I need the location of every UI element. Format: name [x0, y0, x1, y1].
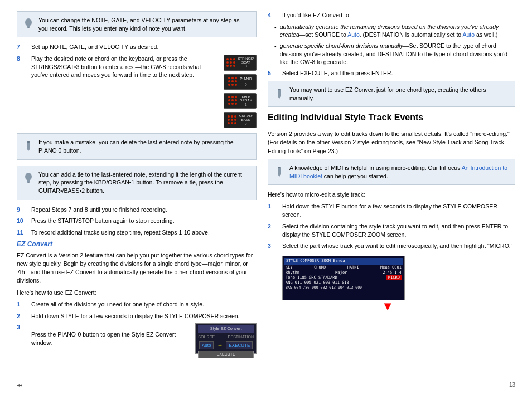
- midi-info-text: A knowledge of MIDI is helpful in using …: [289, 164, 509, 180]
- m-step-2: 2 Select the division containing the sty…: [268, 222, 515, 239]
- ez-step-2: 2 Hold down STYLE for a few seconds to d…: [17, 312, 257, 320]
- svg-rect-14: [278, 167, 280, 168]
- ez-convert-para1: EZ Convert is a Version 2 feature that c…: [17, 251, 257, 285]
- ez-destination-label: DESTINATION: [228, 334, 254, 340]
- sc-hatni: HATNI: [347, 265, 359, 270]
- bullet-manual: ▪ generate specific chord-form divisions…: [274, 42, 515, 66]
- ez-dest-value: EXECUTE: [226, 341, 253, 349]
- info-box-midi: A knowledge of MIDI is helpful in using …: [268, 159, 515, 185]
- sc-row-2: Rhythm Major 2:45 1:4: [284, 270, 403, 275]
- ez-convert-para2: Here's how to use EZ Convert:: [17, 289, 257, 297]
- r-step-5-text: Select EXECUTE, and then press ENTER.: [282, 69, 515, 77]
- sc-meas: Meas 0001: [380, 265, 402, 270]
- r-step-5-num: 5: [268, 69, 278, 77]
- info-text-2: If you make a mistake, you can delete th…: [38, 138, 250, 154]
- ez-step-3-content: Press the PIANO-0 button to open the Sty…: [31, 323, 257, 354]
- svg-rect-11: [278, 89, 280, 90]
- step-7-num: 7: [17, 43, 27, 51]
- m-step-2-num: 2: [268, 222, 278, 239]
- svg-rect-7: [27, 180, 30, 182]
- ez-execute-btn: EXECUTE: [198, 351, 254, 358]
- step-9-num: 9: [17, 206, 27, 214]
- step-8-text: Play the desired note or chord on the ke…: [31, 55, 216, 79]
- step-10: 10 Press the START/STOP button again to …: [17, 217, 257, 225]
- svg-marker-4: [27, 149, 30, 151]
- sc-bas: BAS 004 786 000 002 013 004 013 000: [286, 285, 362, 290]
- ez-step-1-num: 1: [17, 300, 27, 309]
- svg-rect-8: [27, 182, 30, 183]
- left-column: You can change the NOTE, GATE, and VELOC…: [17, 11, 257, 372]
- step-8: 8 Play the desired note or chord on the …: [17, 55, 257, 130]
- ez-step-2-text: Hold down STYLE for a few seconds to dis…: [31, 312, 257, 320]
- guitar-bass-btn: GUITAR/BASS2: [224, 112, 257, 128]
- editing-para: Version 2 provides a way to edit tracks …: [268, 130, 515, 155]
- sc-header-text: STYLE COMPOSER ZOOM Banda: [286, 259, 345, 264]
- m-step-3: 3 Select the part whose track you want t…: [268, 242, 515, 313]
- sc-ang: ANG 011 005 021 009 011 013: [286, 280, 349, 285]
- ez-arrow: →: [217, 341, 223, 349]
- piano-btn: PIANO0: [224, 74, 257, 90]
- step-9-text: Repeat Steps 7 and 8 until you're finish…: [31, 206, 257, 214]
- svg-rect-5: [27, 141, 30, 143]
- sc-red-arrow: ▼: [381, 299, 394, 313]
- m-step-2-text: Select the division containing the style…: [282, 222, 515, 239]
- bullet-dot-2: ▪: [274, 42, 277, 66]
- m-step-1-text: Hold down the STYLE button for a few sec…: [282, 202, 515, 218]
- step-8-content: Play the desired note or chord on the ke…: [31, 55, 257, 130]
- page-footer: ◂◂ 13: [17, 378, 515, 388]
- svg-point-6: [25, 173, 32, 181]
- micro-edit-intro: Here's how to micro-edit a style track:: [268, 191, 515, 199]
- midi-booklet-link[interactable]: An Introduction to MIDI booklet: [289, 164, 507, 179]
- right-column: 4 If you'd like EZ Convert to ▪ automati…: [268, 11, 515, 372]
- ez-step-3-num: 3: [17, 323, 27, 354]
- editing-section-title: Editing Individual Style Track Events: [268, 113, 515, 125]
- page-number: 13: [509, 382, 515, 388]
- svg-rect-2: [27, 27, 30, 28]
- info-box-ez-tip: You may want to use EZ Convert just for …: [268, 81, 515, 107]
- info-box-tie: You can add a tie to the last-entered no…: [17, 166, 257, 200]
- info-text-1: You can change the NOTE, GATE, and VELOC…: [38, 16, 250, 32]
- info-text-3: You can add a tie to the last-entered no…: [38, 171, 250, 195]
- step-11: 11 To record additional tracks using ste…: [17, 228, 257, 237]
- sc-row-5: BAS 004 786 000 002 013 004 013 000: [284, 285, 403, 290]
- svg-marker-10: [278, 96, 281, 99]
- info-box-note-gate: You can change the NOTE, GATE, and VELOC…: [17, 11, 257, 37]
- info-ez-tip-text: You may want to use EZ Convert just for …: [289, 86, 509, 102]
- r-step-5: 5 Select EXECUTE, and then press ENTER.: [268, 69, 515, 77]
- ez-convert-window-title: Style EZ Convert: [198, 325, 254, 333]
- r-step-4-num: 4: [268, 11, 278, 20]
- style-composer-zoom-img: STYLE COMPOSER ZOOM Banda KEY CHORD HATN…: [282, 256, 405, 300]
- svg-point-0: [25, 18, 32, 26]
- sc-micro-btn: MICRO: [386, 275, 402, 280]
- ez-convert-window: Style EZ Convert SOURCE DESTINATION Auto…: [195, 323, 257, 354]
- pencil-icon-1: [23, 138, 34, 152]
- step-9: 9 Repeat Steps 7 and 8 until you're fini…: [17, 206, 257, 214]
- strings-scat-btn: STRINGS/SCAT3: [224, 55, 257, 71]
- m-step-1: 1 Hold down the STYLE button for a few s…: [268, 202, 515, 218]
- sc-time: 2:45 1:4: [383, 270, 402, 275]
- m-step-1-num: 1: [268, 202, 278, 218]
- sc-tone: Tone 1185 GRC STANDARD: [286, 275, 337, 280]
- page: You can change the NOTE, GATE, and VELOC…: [0, 0, 532, 399]
- sc-arrow-container: ▼: [282, 300, 405, 313]
- m-step-3-text: Select the part whose track you want to …: [282, 242, 512, 249]
- sc-key: KEY: [286, 265, 293, 270]
- sc-major: Major: [335, 270, 347, 275]
- ez-step-2-num: 2: [17, 312, 27, 320]
- bullet-2-text: generate specific chord-form divisions m…: [280, 42, 515, 66]
- ez-step-3-text: Press the PIANO-0 button to open the Sty…: [31, 330, 190, 347]
- bulb-icon-1: [23, 16, 34, 30]
- step-7: 7 Set up NOTE, GATE, and VELOCITY as des…: [17, 43, 257, 51]
- ez-step-1-text: Create all of the divisions you need for…: [31, 300, 257, 309]
- sc-chord: CHORD: [314, 265, 326, 270]
- ez-source-value: Auto: [199, 341, 214, 349]
- sc-row-1: KEY CHORD HATNI Meas 0001: [284, 265, 403, 270]
- step-7-text: Set up NOTE, GATE, and VELOCITY as desir…: [31, 43, 257, 51]
- step-11-num: 11: [17, 228, 27, 237]
- info-box-mistake: If you make a mistake, you can delete th…: [17, 133, 257, 159]
- ez-convert-title: EZ Convert: [17, 240, 257, 248]
- pencil-icon-2: [274, 86, 285, 99]
- ez-source-label: SOURCE: [198, 334, 215, 340]
- step-8-num: 8: [17, 55, 27, 130]
- style-composer-header: STYLE COMPOSER ZOOM Banda: [284, 258, 403, 265]
